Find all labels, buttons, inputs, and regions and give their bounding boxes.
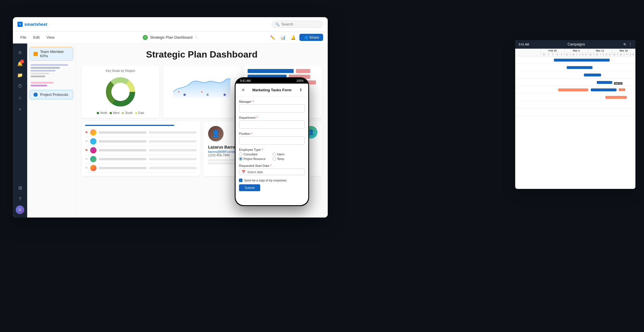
date-placeholder: Select date	[247, 170, 263, 174]
copy-checkbox[interactable]: ✓	[239, 179, 242, 182]
nav-item-label[interactable]: 🟧 Team Member KPIs	[30, 47, 73, 60]
radio-temp[interactable]: Temp	[272, 157, 305, 161]
manager-input[interactable]	[239, 104, 305, 112]
menu-file[interactable]: File	[17, 34, 29, 41]
sidebar-favorites[interactable]: ☆	[15, 93, 25, 103]
phone-close-btn[interactable]: ✕	[239, 86, 247, 94]
legend-south: South	[122, 111, 133, 114]
gantt-row-1	[515, 56, 635, 64]
phone-battery: 100%	[296, 79, 304, 82]
menu-bar: File Edit View ⏱ Strategic Plan Dashboar…	[13, 31, 328, 44]
star-icon[interactable]: ☆	[195, 35, 198, 39]
department-label: Department *	[239, 116, 305, 119]
radio-intern-circle	[272, 153, 276, 156]
gantt-bar-1	[554, 59, 610, 62]
nav-item-protocols[interactable]: 🔵 Project Protocols	[29, 90, 73, 99]
present-icon-btn[interactable]: 📊	[279, 33, 287, 42]
date-days-3: MTWTFSS	[588, 53, 612, 56]
menu-view[interactable]: View	[44, 34, 57, 41]
dashboard-title: Strategic Plan Dashboard	[82, 49, 322, 60]
notify-icon-btn[interactable]: 🔔	[289, 33, 297, 42]
mobile-phone: 9:41 AM 100% ✕ Marketing Tasks Form ⬆ Ma…	[235, 77, 309, 206]
phone-share-btn[interactable]: ⬆	[297, 86, 305, 94]
flag-red-1: ⚑	[85, 131, 88, 135]
gantt-callout: Mar 18	[614, 82, 623, 85]
gantt-bar-3	[584, 74, 601, 76]
sidebar-help[interactable]: ?	[15, 194, 25, 204]
phone-form: Manager * Department * Position *	[236, 96, 308, 205]
phone-form-title: Marketing Tasks Form	[252, 88, 291, 92]
gantt-more-icon[interactable]: ⋮	[629, 42, 632, 46]
sidebar-folders[interactable]: 📁	[15, 70, 25, 80]
sidebar-recent[interactable]: ⏱	[15, 81, 25, 92]
phone-header: ✕ Marketing Tasks Form ⬆	[236, 84, 308, 96]
nav-item-team-kpis[interactable]: 🟧 Team Member KPIs	[29, 47, 73, 61]
date-picker[interactable]: 📅 Select date	[239, 169, 305, 175]
start-date-label: Requested Start Date *	[239, 164, 305, 167]
gantt-bar-2	[567, 66, 592, 69]
bar-row-1	[248, 69, 319, 73]
search-icon: 🔍	[275, 22, 280, 26]
question-icon: ?	[19, 197, 21, 202]
sparkline-row	[31, 67, 60, 69]
gantt-chart-4	[550, 79, 635, 86]
topbar: ✦ smartsheet 🔍	[13, 17, 328, 31]
row-avatar-3	[90, 147, 96, 153]
sidebar-apps[interactable]: ⊞	[15, 183, 25, 193]
search-input[interactable]	[281, 22, 316, 26]
notification-badge: 3	[20, 60, 24, 64]
position-input[interactable]	[239, 137, 305, 145]
row-avatar-4	[90, 156, 96, 162]
employee-type-field: Employee Type * Consultant Intern	[239, 148, 305, 161]
user-avatar[interactable]: U	[16, 205, 24, 214]
nav-item-protocols-label[interactable]: 🔵 Project Protocols	[30, 90, 73, 99]
legend-north: North	[97, 111, 107, 114]
date-col-feb25: Feb 25 WTFSS	[541, 49, 565, 56]
employee-type-label: Employee Type *	[239, 148, 305, 151]
legend-dot-west	[110, 112, 112, 114]
date-group-label-1: Feb 25	[541, 49, 564, 53]
gantt-refresh-icon[interactable]: ↻	[623, 42, 626, 46]
gantt-header-actions: ↻ ⋮	[623, 42, 632, 46]
app-logo: ✦ smartsheet	[17, 22, 47, 27]
sparkline-row	[31, 76, 45, 77]
radio-dot	[240, 158, 242, 160]
date-days-2: MTWTFSS	[565, 53, 588, 56]
radio-intern[interactable]: Intern	[272, 153, 305, 156]
share-button[interactable]: 👥 Share	[299, 34, 323, 41]
table-row-2: ⚑	[85, 137, 197, 146]
donut-chart-widget: Key Deals by Region	[82, 66, 159, 118]
gantt-status-time: 9:41 AM	[519, 43, 529, 46]
date-col-mar4: Mar 4 MTWTFSS	[565, 49, 588, 56]
protocols-icon: 🔵	[33, 92, 38, 97]
radio-project-resource[interactable]: Project Resource	[239, 157, 271, 161]
sidebar-notifications[interactable]: 🔔 3	[15, 58, 25, 69]
department-input[interactable]	[239, 120, 305, 129]
sidebar-bottom: ⊞ ? U	[15, 183, 25, 214]
sparkline-row	[31, 70, 56, 72]
radio-consultant[interactable]: Consultant	[239, 153, 271, 156]
folder-icon: 📁	[17, 72, 23, 78]
row-avatar-5	[90, 165, 96, 171]
gantt-chart-1	[550, 56, 635, 64]
sidebar: ⌂ 🔔 3 📁 ⏱ ☆ +	[13, 44, 27, 218]
phone-screen: 9:41 AM 100% ✕ Marketing Tasks Form ⬆ Ma…	[236, 78, 308, 205]
donut-legend: North West South	[97, 111, 144, 114]
gantt-bar-orange-1	[558, 88, 588, 91]
area-chart-svg	[166, 69, 237, 98]
date-days-1: WTFSS	[541, 53, 564, 56]
search-container[interactable]: 🔍	[272, 21, 323, 28]
position-label: Position *	[239, 132, 305, 135]
menu-edit[interactable]: Edit	[30, 34, 42, 41]
gantt-date-cols: Feb 25 WTFSS Mar 4 MTWTFSS Mar 11 MTWTFS…	[541, 49, 635, 56]
sidebar-add[interactable]: +	[15, 104, 25, 114]
sidebar-home[interactable]: ⌂	[15, 47, 25, 57]
legend-east: East	[135, 111, 144, 114]
svg-point-9	[201, 91, 203, 93]
submit-button[interactable]: Submit	[239, 184, 260, 191]
sparkline-row	[31, 82, 54, 84]
gantt-chart-3	[550, 71, 635, 78]
svg-point-8	[178, 91, 180, 93]
edit-icon-btn[interactable]: ✏️	[268, 33, 276, 42]
donut-title: Key Deals by Region	[85, 69, 156, 72]
